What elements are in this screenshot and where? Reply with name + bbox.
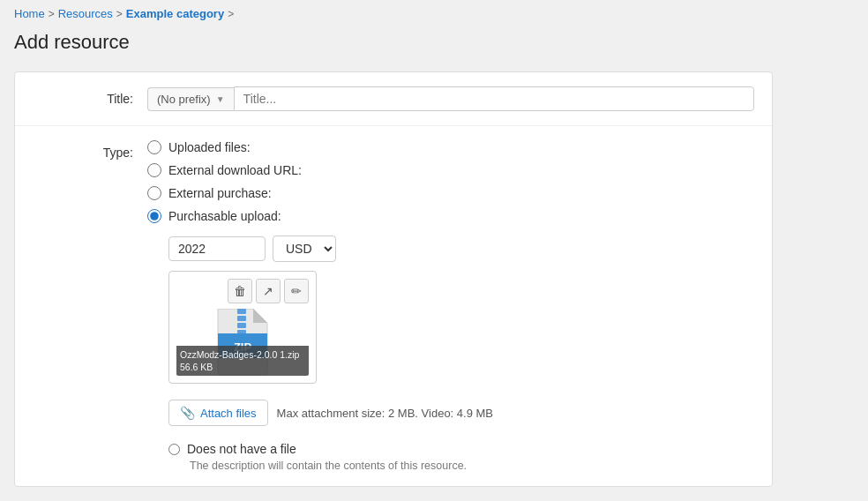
no-file-label[interactable]: Does not have a file [168, 442, 754, 456]
form-container: Title: (No prefix) ▼ Type: [14, 71, 773, 487]
file-size: 56.6 KB [180, 361, 305, 374]
no-file-text: Does not have a file [187, 442, 296, 456]
svg-rect-1 [237, 309, 246, 314]
breadcrumb-sep-1: > [49, 8, 55, 20]
svg-rect-4 [237, 330, 246, 333]
radio-purchasable-input[interactable] [147, 209, 161, 223]
paperclip-icon: 📎 [180, 406, 195, 420]
breadcrumb-home[interactable]: Home [14, 7, 45, 20]
file-attachment-area: 🗑 ↗ ✏ [168, 271, 317, 384]
share-icon: ↗ [263, 284, 273, 298]
svg-rect-3 [237, 323, 246, 328]
chevron-down-icon: ▼ [216, 94, 225, 104]
radio-external-purchase-input[interactable] [147, 186, 161, 200]
currency-select[interactable]: USD EUR GBP [273, 236, 336, 262]
radio-external-download-input[interactable] [147, 163, 161, 177]
file-icon-wrapper: ZIP OzzModz-Badges-2.0.0 1.zip 56.6 KB [176, 309, 309, 376]
title-input[interactable] [234, 86, 754, 111]
page-wrapper: Home > Resources > Example category > Ad… [0, 0, 868, 501]
no-file-row: Does not have a file The description wil… [168, 442, 754, 472]
edit-file-button[interactable]: ✏ [284, 279, 309, 303]
delete-file-button[interactable]: 🗑 [228, 279, 252, 303]
breadcrumb-sep-3: > [228, 8, 234, 20]
file-overlay: OzzModz-Badges-2.0.0 1.zip 56.6 KB [176, 346, 309, 376]
radio-external-download-label: External download URL: [168, 163, 302, 177]
purchasable-section: USD EUR GBP 🗑 [168, 236, 754, 472]
type-label: Type: [33, 140, 147, 160]
breadcrumb-category: Example category [126, 7, 224, 20]
edit-icon: ✏ [291, 284, 302, 298]
prefix-dropdown[interactable]: (No prefix) ▼ [147, 87, 234, 111]
title-content: (No prefix) ▼ [147, 86, 754, 111]
type-row: Type: Uploaded files: External download … [15, 126, 772, 486]
price-row: USD EUR GBP [168, 236, 754, 262]
no-file-description: The description will contain the content… [190, 460, 754, 472]
radio-purchasable-label: Purchasable upload: [168, 209, 281, 223]
breadcrumb-resources[interactable]: Resources [58, 7, 113, 20]
trash-icon: 🗑 [234, 284, 246, 298]
radio-uploaded[interactable]: Uploaded files: [147, 140, 754, 154]
svg-rect-2 [237, 316, 246, 321]
radio-external-download[interactable]: External download URL: [147, 163, 754, 177]
prefix-value: (No prefix) [157, 93, 211, 106]
radio-external-purchase[interactable]: External purchase: [147, 186, 754, 200]
no-file-radio[interactable] [168, 444, 180, 455]
radio-uploaded-label: Uploaded files: [168, 140, 251, 154]
attach-btn-label: Attach files [200, 407, 257, 420]
file-name: OzzModz-Badges-2.0.0 1.zip [180, 348, 305, 362]
breadcrumb-sep-2: > [116, 8, 123, 20]
attach-files-button[interactable]: 📎 Attach files [168, 400, 268, 426]
radio-uploaded-input[interactable] [147, 140, 161, 154]
page-title: Add resource [14, 31, 854, 54]
title-input-group: (No prefix) ▼ [147, 86, 754, 111]
title-label: Title: [33, 86, 147, 106]
breadcrumb: Home > Resources > Example category > [14, 7, 854, 20]
share-file-button[interactable]: ↗ [256, 279, 281, 303]
title-row: Title: (No prefix) ▼ [15, 72, 772, 126]
radio-external-purchase-label: External purchase: [168, 186, 272, 200]
radio-group: Uploaded files: External download URL: E… [147, 140, 754, 472]
attach-info: Max attachment size: 2 MB. Video: 4.9 MB [277, 407, 493, 420]
radio-purchasable[interactable]: Purchasable upload: [147, 209, 754, 223]
type-content: Uploaded files: External download URL: E… [147, 140, 754, 472]
attach-btn-row: 📎 Attach files Max attachment size: 2 MB… [168, 400, 754, 426]
price-input[interactable] [168, 236, 266, 261]
file-actions: 🗑 ↗ ✏ [176, 279, 309, 303]
